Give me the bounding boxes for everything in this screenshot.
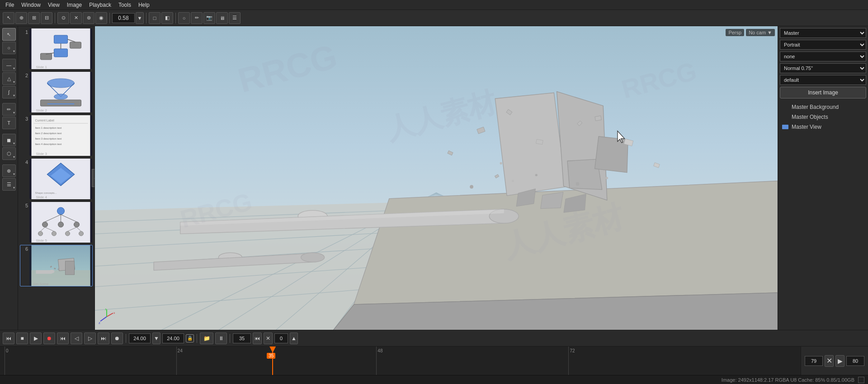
slide-thumb-6[interactable]: Sim Scene: [29, 245, 92, 286]
menu-playback[interactable]: Playback: [85, 1, 115, 9]
tool-monitor-btn[interactable]: 🖥: [216, 12, 228, 24]
viewport[interactable]: RRCG 人人素材 RRCG 人人素材 RRCG Persp No cam ▼ …: [95, 26, 778, 330]
slide-item-5[interactable]: 5: [20, 201, 93, 243]
menu-tools[interactable]: Tools: [115, 1, 135, 9]
rewind-btn[interactable]: ⏮: [3, 332, 14, 344]
svg-point-38: [79, 231, 84, 236]
tick-72: 72: [568, 347, 575, 375]
slide-item-4[interactable]: 4 Slide 4 Shape concepts...: [20, 158, 93, 200]
slide-item-2[interactable]: 2 Slide 2: [20, 71, 93, 113]
slide-thumb-4[interactable]: Slide 4 Shape concepts...: [29, 159, 92, 199]
no-cam-label[interactable]: No cam ▼: [746, 29, 775, 36]
zoom-tool-btn[interactable]: ⊕▾: [2, 164, 16, 177]
portrait-dropdown[interactable]: Portrait: [780, 40, 866, 50]
pause-btn[interactable]: ⏸: [215, 332, 227, 344]
menu-window[interactable]: Window: [18, 1, 44, 9]
right-expand-btn[interactable]: ✕: [825, 355, 834, 367]
play-btn[interactable]: ▶: [30, 332, 42, 344]
end-frame-input[interactable]: [162, 333, 184, 343]
text-tool-btn[interactable]: T: [2, 117, 16, 129]
axis-indicator: x y z: [99, 309, 115, 326]
frame-zero-input[interactable]: [274, 333, 288, 343]
line-tool-btn[interactable]: —▾: [2, 59, 16, 71]
lock-icon[interactable]: 🔒: [186, 334, 194, 342]
magnet-tool-btn[interactable]: ✕: [70, 12, 82, 24]
playhead[interactable]: 35: [272, 347, 273, 375]
master-objects-item[interactable]: Master Objects: [780, 112, 866, 122]
svg-rect-52: [36, 270, 52, 274]
snap-tool-btn[interactable]: ⊙: [57, 12, 69, 24]
master-dropdown[interactable]: Master: [780, 28, 866, 38]
camera-tool-btn[interactable]: ◉: [95, 12, 107, 24]
play-back-btn[interactable]: ◁: [71, 332, 82, 344]
view-3d-btn[interactable]: ◧: [161, 12, 173, 24]
node-tool-btn[interactable]: ○▾: [2, 42, 16, 54]
pivot-tool-btn[interactable]: ⊟: [41, 12, 52, 24]
tool-camera-btn[interactable]: 📷: [203, 12, 215, 24]
transform-tool-btn[interactable]: ⊕: [15, 12, 27, 24]
fill-tool-btn[interactable]: ◼▾: [2, 134, 16, 146]
master-view-item[interactable]: Master View: [780, 122, 866, 132]
tool-extra-btn[interactable]: ☰: [229, 12, 241, 24]
step-back-btn[interactable]: ⏮: [57, 332, 69, 344]
none-dropdown[interactable]: none: [780, 52, 866, 61]
tool-paint-btn[interactable]: ✏: [191, 12, 203, 24]
menu-help[interactable]: Help: [135, 1, 153, 9]
menu-image[interactable]: Image: [63, 1, 85, 9]
default-dropdown[interactable]: default: [780, 75, 866, 85]
record-btn[interactable]: ⏺: [43, 332, 55, 344]
view-2d-btn[interactable]: □: [149, 12, 160, 24]
timeline-track[interactable]: 0 24 48 72 35 ✕ ▶: [0, 347, 868, 375]
svg-text:Item 4 description text: Item 4 description text: [35, 143, 62, 145]
slide-item-3[interactable]: 3 Current Label Item 1 description text …: [20, 115, 93, 156]
slide-item-6[interactable]: 6: [20, 245, 93, 286]
current-frame-input[interactable]: [233, 333, 251, 343]
step-fwd-btn[interactable]: ⏭: [98, 332, 109, 344]
zoom-input[interactable]: [112, 13, 135, 23]
sep-3: [146, 13, 146, 23]
tool-circle-btn[interactable]: ○: [178, 12, 190, 24]
master-view-label: Master View: [792, 124, 821, 130]
right-nav-btn[interactable]: ▶: [835, 355, 844, 367]
slide-thumb-2[interactable]: Slide 2: [29, 72, 92, 112]
slide-panel: 1 Slide 1 2: [18, 26, 95, 330]
play-fwd-btn[interactable]: ▷: [84, 332, 96, 344]
panel-collapse-btn[interactable]: ◂: [92, 169, 95, 187]
folder-btn[interactable]: 📁: [200, 332, 213, 344]
pan-tool-btn[interactable]: ☰▾: [2, 178, 16, 191]
pointer-tool-btn[interactable]: ↖: [2, 28, 16, 41]
menu-file[interactable]: File: [2, 1, 18, 9]
svg-text:z: z: [99, 321, 100, 325]
slide-thumb-5[interactable]: Slide 5: [29, 202, 92, 243]
svg-text:y: y: [105, 309, 107, 310]
slide-thumb-3[interactable]: Current Label Item 1 description text It…: [29, 115, 92, 156]
stop-btn[interactable]: ■: [16, 332, 28, 344]
frame-clear-btn[interactable]: ✕: [264, 332, 273, 344]
pencil-tool-btn[interactable]: ✏▾: [2, 103, 16, 116]
start-frame-input[interactable]: [129, 333, 151, 343]
right-frame-input[interactable]: [805, 356, 823, 366]
menu-view[interactable]: View: [44, 1, 63, 9]
measure-tool-btn[interactable]: ⊛: [83, 12, 94, 24]
start-frame-dropdown[interactable]: ▼: [152, 332, 160, 344]
gradient-tool-btn[interactable]: ⬡▾: [2, 147, 16, 160]
insert-image-button[interactable]: Insert Image: [780, 87, 866, 98]
select-tool-btn[interactable]: ↖: [3, 12, 14, 24]
handle-tool-btn[interactable]: ⊞: [28, 12, 40, 24]
snap-btn[interactable]: ⏺: [111, 332, 123, 344]
timeline-ruler[interactable]: 0 24 48 72 35: [0, 347, 801, 375]
end-value-input[interactable]: [846, 356, 864, 366]
master-objects-label: Master Objects: [792, 114, 828, 120]
shape-tool-btn[interactable]: △▾: [2, 72, 16, 85]
frame-nav-start[interactable]: ⏮: [253, 332, 262, 344]
svg-point-36: [52, 231, 57, 236]
slide-item-1[interactable]: 1 Slide 1: [20, 28, 93, 70]
master-background-item[interactable]: Master Background: [780, 102, 866, 112]
playhead-marker: [269, 347, 276, 353]
curve-tool-btn[interactable]: ∫▾: [2, 86, 16, 98]
zoom-dropdown-btn[interactable]: ▼: [136, 12, 144, 24]
normal-dropdown[interactable]: Normal 0.75": [780, 63, 866, 73]
slide-thumb-1[interactable]: Slide 1: [29, 28, 92, 69]
svg-text:Slide 4: Slide 4: [36, 195, 47, 199]
frame-zero-dropdown[interactable]: ▲: [290, 332, 298, 344]
